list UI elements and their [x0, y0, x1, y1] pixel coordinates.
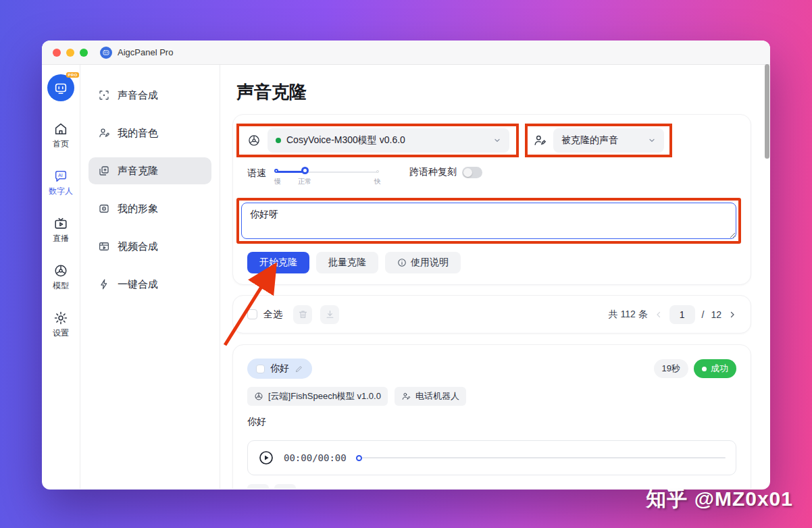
current-page-box[interactable]: 1	[669, 305, 695, 324]
model-icon	[254, 392, 263, 401]
player-track[interactable]	[362, 457, 726, 458]
sidebar-item-label: 声音合成	[118, 89, 158, 102]
total-pages-label: 12	[711, 309, 721, 320]
rail-item-label: 直播	[53, 233, 69, 244]
model-online-dot	[276, 138, 281, 143]
sidebar-item-voice-synthesis[interactable]: 声音合成	[88, 82, 211, 109]
delete-selected-button[interactable]	[293, 305, 312, 324]
avatar-icon	[98, 203, 110, 215]
rail-item-label: 设置	[53, 327, 69, 339]
record-card: 你好 19秒 成功 [云端]FishSpeech模型 v1.0.	[232, 344, 751, 489]
play-icon[interactable]	[258, 450, 274, 466]
audio-player: 00:00/00:00	[247, 440, 736, 475]
results-toolbar-card: 全选 共 112 条 1 / 12	[232, 295, 751, 334]
voice-tag-label: 电话机器人	[415, 390, 459, 402]
app-icon	[100, 47, 112, 59]
start-clone-button[interactable]: 开始克隆	[247, 252, 309, 273]
sidebar-item-my-avatars[interactable]: 我的形象	[88, 195, 211, 222]
annotation-box-voice-select: 被克隆的声音	[525, 124, 672, 157]
pro-badge: PRO	[66, 72, 79, 78]
minimize-window-button[interactable]	[66, 49, 74, 57]
slider-start-dot	[274, 169, 278, 173]
record-action-button[interactable]	[274, 484, 296, 489]
chevron-down-icon	[648, 136, 656, 144]
slider-handle[interactable]	[301, 167, 309, 174]
player-time: 00:00/00:00	[284, 452, 347, 463]
sidebar-item-video-synthesis[interactable]: 视频合成	[88, 233, 211, 260]
titlebar: AigcPanel Pro	[42, 41, 770, 65]
main-content: 声音克隆 CosyVoice-M300模型 v0.6.0	[220, 65, 770, 489]
help-button[interactable]: 使用说明	[385, 252, 461, 273]
rail-item-live[interactable]: 直播	[53, 216, 69, 244]
status-badge: 成功	[694, 359, 736, 378]
voice-select[interactable]: 被克隆的声音	[553, 128, 664, 153]
total-count-label: 共 112 条	[609, 309, 648, 321]
clone-text-input[interactable]: 你好呀	[241, 203, 736, 239]
slider-mark-normal: 正常	[298, 177, 311, 186]
voice-select-value: 被克隆的声音	[561, 134, 642, 147]
rail-item-label: 模型	[53, 280, 69, 292]
slider-mark-slow: 慢	[274, 177, 281, 186]
download-selected-button[interactable]	[320, 305, 339, 324]
model-tag: [云端]FishSpeech模型 v1.0.0	[247, 387, 388, 406]
model-select[interactable]: CosyVoice-M300模型 v0.6.0	[268, 128, 509, 153]
lightning-icon	[98, 278, 110, 290]
info-icon	[397, 258, 407, 267]
watermark: 知乎 @MZ0x01	[646, 485, 793, 513]
sidebar-item-label: 视频合成	[118, 240, 158, 253]
player-seek-handle[interactable]	[356, 455, 362, 461]
status-label: 成功	[711, 363, 728, 375]
ai-chat-icon: AI	[53, 169, 68, 184]
rail-item-label: 首页	[53, 138, 69, 150]
download-icon	[325, 309, 335, 319]
svg-text:AI: AI	[58, 172, 63, 178]
select-all-label: 全选	[263, 309, 282, 321]
record-title: 你好	[270, 363, 289, 375]
sidebar-item-label: 声音克隆	[118, 165, 158, 178]
model-tag-label: [云端]FishSpeech模型 v1.0.0	[268, 390, 381, 402]
duration-badge: 19秒	[654, 359, 688, 378]
app-logo[interactable]: PRO	[47, 74, 74, 101]
batch-clone-button[interactable]: 批量克隆	[316, 252, 378, 273]
app-window: AigcPanel Pro PRO 首页 AI 数字人	[42, 41, 770, 490]
clone-icon	[98, 165, 110, 177]
sidebar-item-my-voices[interactable]: 我的音色	[88, 120, 211, 147]
rail-item-settings[interactable]: 设置	[53, 311, 69, 339]
close-window-button[interactable]	[53, 49, 61, 57]
zoom-window-button[interactable]	[80, 49, 88, 57]
sidebar-item-one-click-synthesis[interactable]: 一键合成	[88, 271, 211, 298]
page-prev-icon[interactable]	[655, 311, 663, 319]
rail-item-home[interactable]: 首页	[53, 122, 69, 150]
trash-icon	[298, 309, 308, 319]
page-separator: /	[702, 309, 705, 320]
scrollbar-thumb[interactable]	[765, 64, 769, 159]
model-icon	[247, 134, 261, 147]
rail-item-label: 数字人	[49, 186, 73, 197]
speed-slider[interactable]: 慢 正常 快	[276, 166, 378, 186]
rail-item-digital-human[interactable]: AI 数字人	[49, 169, 73, 197]
sidebar-item-label: 我的音色	[118, 127, 158, 140]
person-edit-icon	[401, 392, 411, 401]
record-action-button[interactable]	[247, 484, 269, 489]
page-title: 声音克隆	[236, 81, 751, 103]
sidebar-item-label: 我的形象	[118, 203, 158, 215]
record-checkbox[interactable]	[256, 365, 265, 373]
window-title: AigcPanel Pro	[118, 47, 173, 57]
chevron-down-icon	[493, 136, 501, 144]
icon-rail: PRO 首页 AI 数字人 直播 模型	[42, 65, 80, 489]
speed-label: 语速	[247, 166, 266, 180]
slider-end-dot	[376, 170, 379, 173]
select-all-checkbox[interactable]	[247, 309, 257, 319]
sidebar-item-voice-clone[interactable]: 声音克隆	[88, 157, 211, 184]
status-dot	[702, 367, 707, 371]
tv-icon	[53, 216, 68, 231]
record-title-pill: 你好	[247, 359, 312, 379]
edit-pencil-icon[interactable]	[295, 365, 303, 373]
crosslingual-toggle[interactable]	[462, 167, 482, 178]
sidebar-item-label: 一键合成	[118, 278, 158, 291]
rail-item-models[interactable]: 模型	[53, 263, 69, 292]
voice-tag: 电话机器人	[395, 387, 466, 406]
page-next-icon[interactable]	[728, 311, 736, 319]
sidebar: 声音合成 我的音色 声音克隆 我的形象 视频合成 一键合成	[80, 65, 220, 489]
gear-icon	[53, 311, 68, 325]
